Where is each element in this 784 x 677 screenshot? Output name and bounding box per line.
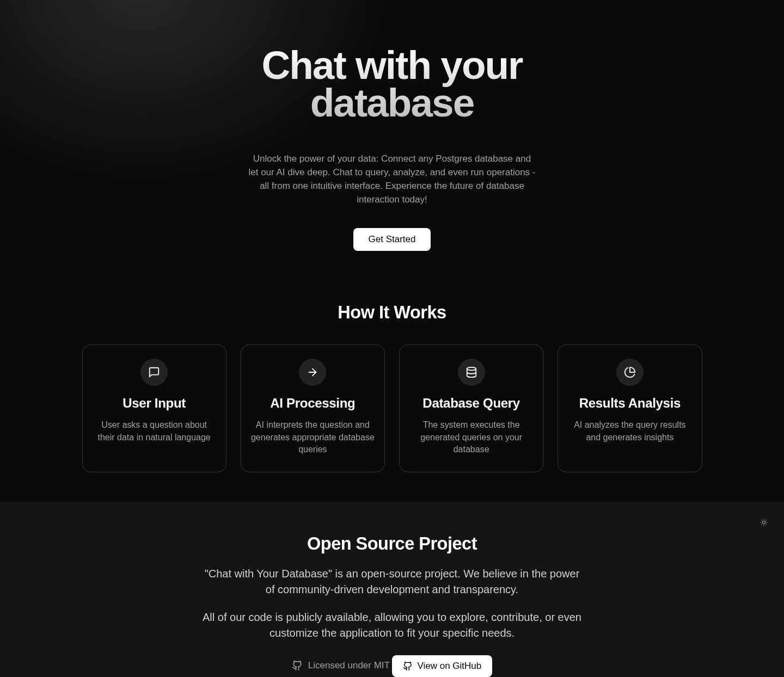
database-icon (458, 359, 485, 386)
pie-chart-icon (616, 359, 644, 386)
message-icon (140, 359, 168, 386)
github-button-label: View on GitHub (417, 661, 481, 672)
hero-section: Chat with your database Unlock the power… (0, 0, 784, 251)
get-started-label: Get Started (369, 234, 416, 245)
license-text: Licensed under MIT (308, 660, 390, 671)
oss-heading: Open Source Project (0, 534, 784, 554)
github-icon (292, 660, 303, 671)
svg-point-1 (762, 521, 765, 524)
step-title: AI Processing (251, 396, 375, 411)
view-on-github-button[interactable]: View on GitHub (392, 655, 492, 677)
step-card-ai-processing: AI Processing AI interprets the question… (241, 344, 385, 472)
step-title: User Input (93, 396, 216, 411)
oss-paragraph-2: All of our code is publicly available, a… (201, 610, 583, 641)
step-card-database-query: Database Query The system executes the g… (399, 344, 543, 472)
hero-title: Chat with your database (196, 46, 588, 122)
hero-subtitle: Unlock the power of your data: Connect a… (248, 152, 536, 207)
step-desc: User asks a question about their data in… (93, 419, 216, 444)
theme-toggle-button[interactable] (755, 513, 773, 532)
license-line: Licensed under MIT (292, 660, 390, 671)
step-desc: AI interprets the question and generates… (251, 419, 375, 456)
github-icon (403, 661, 413, 671)
svg-point-0 (467, 367, 476, 371)
step-card-results-analysis: Results Analysis AI analyzes the query r… (558, 344, 702, 472)
oss-paragraph-1: "Chat with Your Database" is an open-sou… (201, 566, 583, 598)
step-title: Results Analysis (568, 396, 691, 411)
step-card-user-input: User Input User asks a question about th… (82, 344, 226, 472)
steps-grid: User Input User asks a question about th… (78, 344, 707, 472)
step-title: Database Query (409, 396, 533, 411)
how-it-works-section: How It Works User Input User asks a ques… (0, 303, 784, 472)
step-desc: AI analyzes the query results and genera… (568, 419, 691, 444)
step-desc: The system executes the generated querie… (409, 419, 533, 456)
get-started-button[interactable]: Get Started (353, 228, 431, 251)
arrow-right-icon (299, 359, 326, 386)
open-source-section: Open Source Project "Chat with Your Data… (0, 502, 784, 677)
how-it-works-heading: How It Works (0, 303, 784, 323)
